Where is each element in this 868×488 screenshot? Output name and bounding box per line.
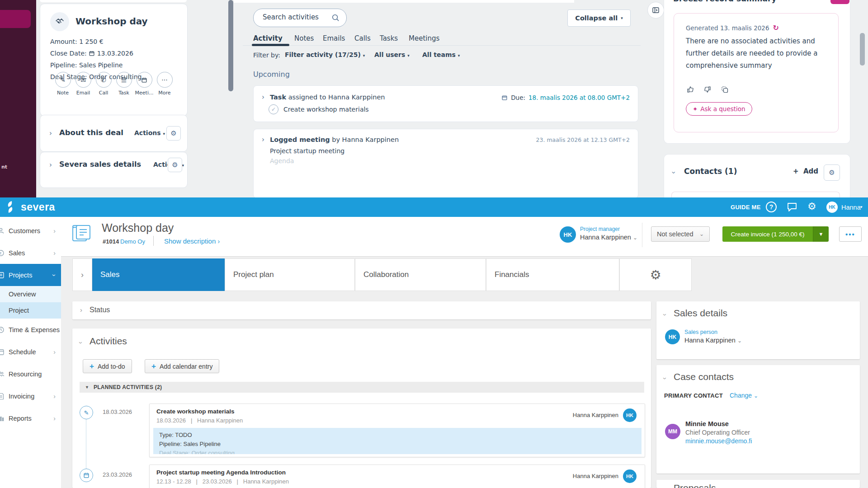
user-avatar[interactable]: HK <box>826 202 838 213</box>
filter-users-dropdown[interactable]: All users ▾ <box>374 51 410 58</box>
task-due-link[interactable]: 18. maalis 2026 at 08.00 GMT+2 <box>528 94 630 101</box>
collapse-all-button[interactable]: Collapse all▾ <box>567 9 631 27</box>
status-section[interactable]: › Status <box>72 301 651 319</box>
caret-down-icon[interactable]: ▾ <box>860 205 863 209</box>
filter-teams-dropdown[interactable]: All teams ▾ <box>422 51 460 58</box>
tab-calls[interactable]: Calls <box>354 34 371 42</box>
customer-link[interactable]: Demo Oy <box>120 238 145 245</box>
gear-icon[interactable]: ⚙ <box>807 201 816 212</box>
chevron-down-icon[interactable]: › <box>664 375 666 382</box>
feed-scrollbar[interactable] <box>228 0 233 91</box>
sidebar-item-overview[interactable]: Overview <box>0 286 61 302</box>
tab-scroll-left[interactable]: › <box>72 258 92 291</box>
search-activities-input[interactable] <box>262 13 327 22</box>
add-todo-button[interactable]: +Add to-do <box>83 359 132 373</box>
rail-active-item[interactable] <box>0 10 31 28</box>
task-action-button[interactable]: ☰Task <box>114 72 134 96</box>
more-options-button[interactable]: ••• <box>839 226 862 242</box>
sidebar-item-projects[interactable]: Projects› <box>0 264 61 286</box>
help-icon[interactable]: ? <box>766 202 777 212</box>
chevron-right-icon[interactable]: › <box>49 129 52 137</box>
chevron-right-icon[interactable]: › <box>262 136 264 144</box>
task-item-title[interactable]: Create workshop materials <box>283 106 369 113</box>
copy-icon[interactable] <box>721 86 728 93</box>
more-actions-button[interactable]: ···More <box>155 72 175 96</box>
chevron-right-icon[interactable]: › <box>49 161 52 169</box>
chevron-right-icon[interactable]: › <box>262 93 264 101</box>
ask-a-question-button[interactable]: ✦ Ask a question <box>686 102 752 116</box>
tab-activity[interactable]: Activity <box>253 34 283 42</box>
sidebar-item-resourcing[interactable]: Resourcing <box>0 363 61 385</box>
gear-icon[interactable]: ⚙ <box>168 158 182 172</box>
meeting-action-button[interactable]: Meeti... <box>134 72 154 96</box>
sales-person-select[interactable]: Hanna Karppinen ⌄ <box>684 337 742 344</box>
user-name[interactable]: Hanna <box>841 204 861 211</box>
panel-toggle-button[interactable] <box>647 2 664 19</box>
report-chart-icon <box>0 415 5 422</box>
tab-tasks[interactable]: Tasks <box>380 34 398 42</box>
tab-collaboration[interactable]: Collaboration <box>355 258 486 291</box>
thumbs-up-icon[interactable] <box>687 86 694 93</box>
show-description-link[interactable]: Show description › <box>164 237 220 245</box>
keyword-dropdown[interactable]: Not selected⌄ <box>651 226 710 242</box>
chevron-right-icon: › <box>53 393 56 400</box>
person-avatar[interactable]: HK <box>623 408 637 422</box>
add-calendar-entry-button[interactable]: +Add calendar entry <box>145 359 219 373</box>
activity-title[interactable]: Project startup meeting Agenda Introduct… <box>156 469 286 476</box>
upcoming-task-card[interactable]: › Task assigned to Hanna Karppinen Due: … <box>253 85 638 122</box>
tab-financials[interactable]: Financials <box>486 258 619 291</box>
upcoming-heading: Upcoming <box>253 70 290 79</box>
severa-card-title: Severa sales details <box>59 160 141 169</box>
about-actions-dropdown[interactable]: Actions ▾ <box>134 129 165 136</box>
change-contact-link[interactable]: Change ⌄ <box>730 392 758 399</box>
sidebar-item-reports[interactable]: Reports› <box>0 407 61 429</box>
screen: nt Workshop day Amount: 1 250 € Close Da… <box>0 0 868 488</box>
sidebar-item-sales[interactable]: € Sales› <box>0 242 61 264</box>
activity-row-todo[interactable]: Create workshop materials 18.03.2026 | H… <box>149 404 645 457</box>
right-panel-scrollbar[interactable] <box>860 33 865 66</box>
task-complete-checkbox[interactable]: ✓ <box>269 104 278 114</box>
gear-icon[interactable]: ⚙ <box>166 126 181 141</box>
filter-activity-dropdown[interactable]: Filter activity (17/25) ▾ <box>285 51 365 58</box>
contact-email-link[interactable]: minnie.mouse@demo.fi <box>685 437 752 445</box>
gear-icon[interactable]: ⚙ <box>824 164 840 181</box>
guide-me-link[interactable]: GUIDE ME <box>731 204 761 211</box>
chevron-down-icon[interactable]: › <box>664 311 666 319</box>
chevron-down-icon[interactable]: › <box>664 485 666 488</box>
refresh-icon[interactable]: ↻ <box>773 23 779 32</box>
call-action-button[interactable]: ✆Call <box>94 72 113 96</box>
sidebar-item-schedule[interactable]: Schedule› <box>0 341 61 363</box>
tab-meetings[interactable]: Meetings <box>409 34 439 42</box>
project-manager-select[interactable]: Hanna Karppinen ⌄ <box>580 234 637 241</box>
logged-meeting-card[interactable]: › Logged meeting by Hanna Karppinen 23. … <box>253 129 638 198</box>
sidebar-item-invoicing[interactable]: Invoicing› <box>0 385 61 407</box>
person-avatar[interactable]: HK <box>623 469 637 483</box>
tab-project-plan[interactable]: Project plan <box>225 258 355 291</box>
tab-notes[interactable]: Notes <box>294 34 314 42</box>
activity-title[interactable]: Create workshop materials <box>156 408 235 415</box>
invoice-dropdown-arrow[interactable]: ▼ <box>813 226 829 242</box>
add-contact-button[interactable]: + Add <box>793 167 818 175</box>
sidebar-item-project[interactable]: Project <box>0 302 61 319</box>
email-action-button[interactable]: ✉Email <box>73 72 93 96</box>
planned-activities-header[interactable]: ▼ PLANNED ACTIVITIES (2) <box>80 382 644 393</box>
project-manager-avatar[interactable]: HK <box>560 226 576 243</box>
tab-settings[interactable]: ⚙ <box>619 258 692 291</box>
thumbs-down-icon[interactable] <box>704 86 711 93</box>
meeting-card-header: Logged meeting by Hanna Karppinen <box>270 136 399 143</box>
chevron-down-icon[interactable]: › <box>80 339 82 347</box>
tab-emails[interactable]: Emails <box>323 34 345 42</box>
breeze-title-clipped: Breeze record summary <box>673 0 809 4</box>
activity-row-meeting[interactable]: Project startup meeting Agenda Introduct… <box>149 465 645 488</box>
severa-logo[interactable]: severa <box>5 201 55 213</box>
search-icon[interactable] <box>331 14 340 22</box>
tab-sales[interactable]: Sales <box>92 258 225 291</box>
note-action-button[interactable]: ✎Note <box>53 72 73 96</box>
chevron-down-icon[interactable]: › <box>672 168 675 177</box>
sidebar-item-time-expenses[interactable]: Time & Expenses <box>0 319 61 341</box>
create-invoice-button[interactable]: Create invoice (1 250,00 €) <box>722 226 813 242</box>
sidebar-item-customers[interactable]: Customers› <box>0 220 61 242</box>
chat-icon[interactable] <box>787 202 797 212</box>
sales-person-avatar[interactable]: HK <box>665 329 680 344</box>
project-number: #1014 <box>103 238 119 245</box>
